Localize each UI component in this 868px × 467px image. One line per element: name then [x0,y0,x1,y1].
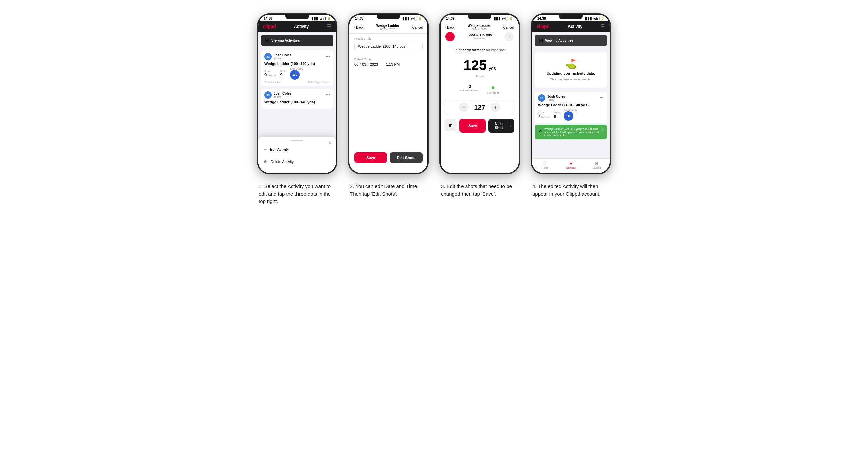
decrement-btn-3[interactable]: − [459,103,469,112]
viewing-banner-4[interactable]: ⊞ Viewing Activities [535,35,607,46]
test-info-1: Test Information [264,81,281,83]
battery-icon-3: 🔋 [509,17,513,21]
nav-title-1: Activity [294,24,309,29]
activity-card-4[interactable]: JC Josh Coles Today ••• Wedge Ladder (10… [535,92,607,123]
updating-title-4: Updating your activity data. [547,71,595,75]
signal-icon-3: ▋▋▋ [494,17,501,21]
viewing-banner-1[interactable]: ⊞ Viewing Activities [261,35,333,46]
back-label-3: Back [447,26,455,29]
toast-close-4[interactable]: × [602,127,604,131]
user-info-4: Josh Coles Today [547,95,565,101]
card-stats-1: Score 9 OUT OF Shots 9 [264,68,330,80]
nav-bar-1: clippd Activity ☰ [258,21,336,32]
activity-card-1[interactable]: JC Josh Coles Today ••• Wedge Ladder (10… [261,50,333,86]
time-3: 14:39 [446,17,455,21]
wifi-icon-4: WiFi [593,17,600,21]
sheet-handle-1 [291,140,303,141]
sheet-close-btn-1[interactable]: × [329,140,331,145]
phone-4: 14:38 ▋▋▋ WiFi 🔋 clippd Activity ☰ [531,13,611,175]
back-btn-2[interactable]: ‹ Back [354,26,364,29]
edit-nav-2: ‹ Back Wedge Ladder 06 Mar 2023 Cancel [349,21,427,34]
shot-nav-3: ‹ Back Wedge Ladder 06 Mar 2023 Cancel ←… [441,21,519,44]
home-label-4: Home [542,167,548,169]
save-btn-2[interactable]: Save [354,152,387,163]
nav-title-4: Activity [568,24,582,29]
time-2: 14:38 [355,17,364,21]
diff-value-3: 2 [461,84,479,89]
bottom-sheet-1: × ✏ Edit Activity 🗑 Delete Activity [258,136,336,174]
date-month-2[interactable]: 03 [362,62,366,66]
check-icon-toast-4: ✓ [538,127,542,134]
tab-capture-4[interactable]: ⊕ Capture [584,161,610,169]
score-value-1: 9 OUT OF [264,72,276,77]
success-toast-4: ✓ "Wedge Ladder (100–140 yds)" was updat… [535,125,607,139]
sep1-2: / [360,62,361,66]
shot-nav-sub-3: 06 Mar 2023 [468,28,491,31]
back-btn-3[interactable]: ‹ Back [445,26,455,29]
date-day-2[interactable]: 06 [354,62,358,66]
quality-badge-4: 118 [564,112,573,121]
more-dots-1[interactable]: ••• [326,54,330,59]
score-out-of-1: OUT OF [267,74,276,77]
save-shot-btn-3[interactable]: Save [460,119,486,132]
edit-nav-center-2: Wedge Ladder 06 Mar 2023 [376,24,399,31]
viewing-text-1: Viewing Activities [271,39,300,42]
shot-nav-title-3: Wedge Ladder [468,24,491,28]
date-year-2[interactable]: 2023 [370,62,378,66]
cancel-btn-2[interactable]: Cancel [412,26,423,29]
phones-row: 14:38 ▋▋▋ WiFi 🔋 clippd Activity ☰ [257,13,611,205]
battery-icon-1: 🔋 [327,17,331,21]
more-dots-4[interactable]: ••• [599,96,604,100]
card-title-1: Wedge Ladder (100–140 yds) [264,62,330,66]
shots-block-1: Shots 9 [280,70,286,77]
tab-bar-4: ⌂ Home ♦ Activities ⊕ Capture [532,158,610,173]
menu-icon-1[interactable]: ☰ [327,24,331,29]
shot-buttons-3: 🗑 Save Next Shot → [445,119,515,132]
edit-activity-item[interactable]: ✏ Edit Activity [264,145,331,154]
score-label-4: Score [538,112,550,114]
card-header-4: JC Josh Coles Today ••• [538,94,604,102]
date-card-4: Today [547,98,565,101]
edit-icon-1: ✏ [264,147,267,152]
diff-block-3: 2 Difference (yds) [461,84,479,94]
phone-1-inner: 14:38 ▋▋▋ WiFi 🔋 clippd Activity ☰ [258,15,336,173]
cancel-btn-3[interactable]: Cancel [503,26,514,29]
logo-1: clippd [263,24,276,29]
next-shot-arrow-btn-3[interactable]: → [504,32,514,41]
next-shot-btn-3[interactable]: Next Shot → [488,119,515,132]
trash-btn-3[interactable]: 🗑 [445,119,457,131]
distance-display-3: 125 yds [463,57,496,73]
shots-value-1: 9 [280,72,286,77]
practice-title-input-2[interactable]: Wedge Ladder (100–140 yds) [354,41,423,51]
datetime-row-2: 06 / 03 / 2023 1:13 PM [354,62,423,66]
time-1: 14:38 [264,17,272,21]
score-block-1: Score 9 OUT OF [264,70,276,77]
edit-shots-btn-2[interactable]: Edit Shots [390,152,423,163]
input-val-3[interactable]: 127 [471,104,488,112]
time-field-2[interactable]: 1:13 PM [386,62,400,66]
time-4: 14:38 [537,17,546,21]
datetime-section-2: Date & Time 06 / 03 / 2023 1:13 PM [349,54,427,70]
caption-1: 1. Select the Activity you want to edit … [258,183,336,205]
card-header-1: JC Josh Coles Today ••• [264,53,330,60]
menu-icon-4[interactable]: ☰ [601,24,605,29]
hit-icon-3: ● [487,84,499,91]
score-num-4: 7 [538,114,540,119]
avatar-4: JC [538,94,545,102]
score-num-1: 9 [264,72,267,77]
tab-activities-4[interactable]: ♦ Activities [558,161,584,169]
delete-activity-item[interactable]: 🗑 Delete Activity [264,157,331,166]
caption-3: 3. Edit the shots that need to be change… [441,183,518,197]
activity-card-2[interactable]: JC Josh Coles Today ••• Wedge Ladder (10… [261,89,333,109]
filter-icon-1: ⊞ [265,37,269,43]
prev-shot-btn-3[interactable]: ← [445,32,455,41]
more-dots-2[interactable]: ••• [326,93,330,97]
phone-2: 14:38 ▋▋▋ WiFi 🔋 ‹ Back Wedge Ladder [348,13,429,175]
tab-home-4[interactable]: ⌂ Home [532,161,558,169]
card-user-2: JC Josh Coles Today [264,91,291,99]
increment-btn-3[interactable]: + [491,103,500,112]
target-label-3: Target [475,75,484,78]
form-section-2: Practice Title Wedge Ladder (100–140 yds… [349,34,427,54]
card-user-1: JC Josh Coles Today [264,53,291,60]
score-out-of-4: OUT OF [541,116,550,118]
